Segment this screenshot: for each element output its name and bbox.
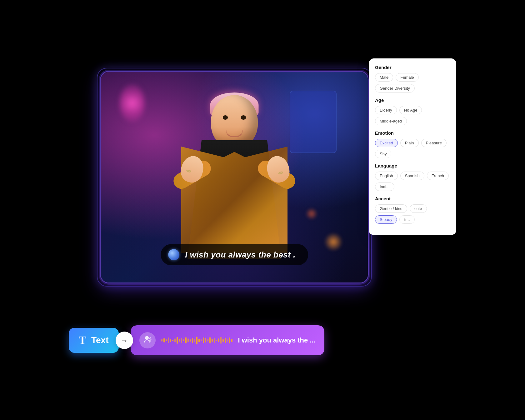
waveform-bar	[161, 339, 162, 342]
filter-tag[interactable]: Plain	[400, 139, 419, 147]
filter-tag[interactable]: Female	[396, 73, 418, 82]
bg-bokeh1	[324, 232, 343, 251]
filter-section-title: Language	[375, 163, 450, 168]
waveform-bar	[177, 337, 178, 344]
filter-tags: ExcitedPlainPleasureShy	[375, 139, 450, 158]
waveform-bar	[198, 339, 200, 342]
text-icon: T	[79, 335, 86, 346]
waveform-bar	[209, 337, 211, 343]
filter-tag[interactable]: Male	[375, 73, 393, 82]
waveform-bar	[192, 338, 193, 343]
audio-head-icon	[143, 335, 152, 346]
filter-panel: GenderMaleFemaleGender DiversityAgeElder…	[369, 58, 456, 235]
audio-panel: I wish you always the ...	[131, 325, 324, 355]
person-eye-left	[223, 115, 228, 120]
filter-tag[interactable]: Gentle / kind	[375, 204, 407, 213]
waveform-bar	[212, 339, 213, 342]
bg-bokeh2	[305, 208, 318, 220]
video-background: I wish you always the best .	[101, 72, 368, 282]
arrow-circle[interactable]: →	[116, 332, 133, 349]
waveform-bar	[229, 338, 230, 343]
text-label: Text	[91, 335, 109, 345]
filter-tag[interactable]: cute	[410, 204, 427, 213]
bg-light-pink	[120, 84, 145, 122]
waveform-bar	[214, 338, 215, 343]
waveform-bar	[194, 339, 195, 342]
filter-section-gender: GenderMaleFemaleGender Diversity	[375, 65, 450, 92]
text-input-panel: T Text → I wish yo	[69, 325, 324, 355]
waveform-bar	[163, 338, 165, 342]
filter-tag[interactable]: No Age	[399, 106, 422, 114]
filter-tag[interactable]: English	[375, 172, 398, 180]
waveform-bar	[225, 338, 226, 343]
waveform-bar	[174, 338, 176, 342]
filter-tags: MaleFemaleGender Diversity	[375, 73, 450, 92]
filter-section-language: LanguageEnglishSpanishFrenchIndi...	[375, 163, 450, 191]
filter-tags: Gentle / kindcuteSteadyfr...	[375, 204, 450, 224]
person-eye-right	[241, 115, 246, 120]
filter-section-emotion: EmotionExcitedPlainPleasureShy	[375, 130, 450, 158]
waveform-bar	[190, 339, 191, 342]
filter-tag[interactable]: Gender Diversity	[375, 84, 415, 92]
filter-tag[interactable]: French	[427, 172, 449, 180]
svg-point-0	[145, 336, 149, 340]
waveform-bar	[220, 337, 222, 344]
waveform-bar	[188, 338, 189, 342]
waveform-bar	[185, 337, 187, 343]
video-card: I wish you always the best .	[100, 71, 369, 283]
filter-tag[interactable]: Indi...	[375, 182, 394, 191]
filter-section-age: AgeElderlyNo AgeMiddle-aged	[375, 98, 450, 125]
waveform-bar	[183, 339, 184, 341]
waveform-bar	[216, 340, 217, 341]
filter-section-title: Age	[375, 98, 450, 103]
audio-text: I wish you always the ...	[238, 336, 316, 344]
filter-tag[interactable]: Steady	[375, 215, 397, 224]
filter-tag[interactable]: Shy	[375, 150, 391, 158]
person-smile	[226, 130, 243, 137]
arrow-right-icon: →	[121, 336, 128, 345]
waveform-bar	[222, 339, 224, 342]
filter-tag[interactable]: Pleasure	[421, 139, 447, 147]
waveform-bar	[170, 339, 171, 342]
filter-section-title: Emotion	[375, 130, 450, 136]
filter-tag[interactable]: Excited	[375, 139, 398, 147]
waveform-bar	[207, 339, 208, 342]
waveform-bar	[172, 340, 173, 341]
subtitle-dot	[168, 249, 179, 260]
waveform-bar	[196, 337, 198, 344]
filter-tag[interactable]: Elderly	[375, 106, 397, 114]
waveform-bar	[227, 339, 228, 342]
filter-tag[interactable]: fr...	[399, 215, 414, 224]
subtitle-bar: I wish you always the best .	[161, 244, 308, 265]
filter-section-accent: AccentGentle / kindcuteSteadyfr...	[375, 196, 450, 224]
filter-tags: ElderlyNo AgeMiddle-aged	[375, 106, 450, 125]
audio-avatar	[139, 332, 156, 348]
waveform-bar	[218, 338, 219, 342]
filter-tag[interactable]: Middle-aged	[375, 117, 407, 125]
waveform	[161, 337, 232, 344]
filter-tags: EnglishSpanishFrenchIndi...	[375, 172, 450, 191]
person-head	[211, 95, 258, 148]
filter-tag[interactable]: Spanish	[400, 172, 424, 180]
text-button[interactable]: T Text	[69, 328, 119, 353]
waveform-bar	[205, 338, 206, 342]
waveform-bar	[203, 338, 204, 343]
waveform-bar	[231, 339, 232, 342]
ring-right	[278, 171, 284, 175]
filter-section-title: Gender	[375, 65, 450, 70]
subtitle-text: I wish you always the best .	[185, 250, 296, 260]
waveform-bar	[181, 338, 182, 343]
waveform-bar	[166, 339, 167, 341]
ring-left	[186, 169, 192, 173]
person-figure	[162, 95, 306, 258]
waveform-bar	[179, 339, 180, 342]
filter-section-title: Accent	[375, 196, 450, 201]
main-scene: I wish you always the best . GenderMaleF…	[75, 46, 450, 374]
waveform-bar	[168, 338, 169, 343]
waveform-bar	[201, 339, 202, 341]
